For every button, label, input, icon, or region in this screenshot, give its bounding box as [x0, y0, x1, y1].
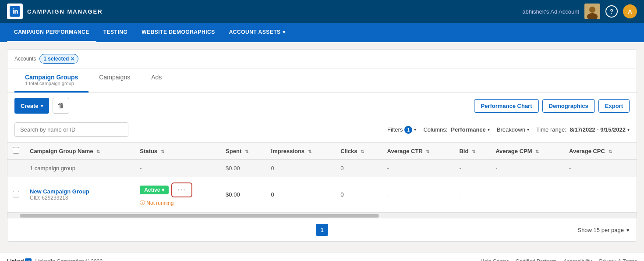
- col-avg-cpc[interactable]: Average CPC ⇅: [564, 143, 637, 160]
- topbar-right: abhishek's Ad Account ? A: [522, 4, 637, 19]
- campaign-card: Accounts 1 selected × Campaign Groups 1 …: [7, 49, 637, 242]
- sort-clicks-icon: ⇅: [361, 149, 364, 154]
- filters-button[interactable]: Filters 1 ▾: [387, 126, 416, 134]
- footer-privacy-terms[interactable]: Privacy & Terms: [599, 258, 637, 261]
- row-bid-cell: -: [454, 177, 490, 212]
- filter-count-badge: 1: [404, 126, 412, 134]
- row-actions-button[interactable]: ···: [171, 182, 192, 197]
- navbar: CAMPAIGN PERFORMANCE TESTING WEBSITE DEM…: [0, 23, 644, 42]
- footer-accessibility[interactable]: Accessibility: [563, 258, 592, 261]
- clear-selection-button[interactable]: ×: [71, 55, 74, 62]
- status-active-button[interactable]: Active ▾: [140, 186, 169, 194]
- show-per-page-control[interactable]: Show 15 per page ▾: [577, 227, 630, 233]
- table-header-row: Campaign Group Name ⇅ Status ⇅ Spent ⇅: [7, 143, 637, 160]
- col-bid[interactable]: Bid ⇅: [454, 143, 490, 160]
- group-spent-cell: $0.00: [220, 160, 265, 177]
- footer-help-center[interactable]: Help Center: [481, 258, 509, 261]
- col-clicks[interactable]: Clicks ⇅: [335, 143, 382, 160]
- footer-copyright: LinkedIn Corporation © 2022: [35, 258, 103, 261]
- breakdown-dropdown[interactable]: Breakdown ▾: [497, 126, 529, 133]
- selected-badge[interactable]: 1 selected ×: [39, 54, 78, 64]
- linkedin-logo: [7, 4, 23, 19]
- row-avg-cpc-cell: -: [564, 177, 637, 212]
- help-icon[interactable]: ?: [605, 5, 618, 18]
- table-row: New Campaign Group CID: 629233213 Active…: [7, 177, 637, 212]
- tab-campaign-groups[interactable]: Campaign Groups 1 total campaign group: [14, 68, 88, 93]
- search-input[interactable]: [14, 122, 128, 137]
- trash-icon: 🗑: [57, 102, 64, 109]
- nav-website-demographics[interactable]: WEBSITE DEMOGRAPHICS: [134, 23, 222, 42]
- row-checkbox-cell[interactable]: [7, 177, 25, 212]
- tabs-row: Campaign Groups 1 total campaign group C…: [7, 68, 637, 93]
- pagination-row: 1 Show 15 per page ▾: [7, 218, 637, 241]
- col-status[interactable]: Status ⇅: [134, 143, 220, 160]
- campaign-table: Campaign Group Name ⇅ Status ⇅ Spent ⇅: [7, 142, 637, 212]
- scrollbar-thumb[interactable]: [20, 214, 379, 218]
- account-thumbnail[interactable]: [584, 4, 600, 19]
- col-name[interactable]: Campaign Group Name ⇅: [25, 143, 134, 160]
- campaign-cid: CID: 629233213: [30, 195, 129, 201]
- sort-avg-cpm-icon: ⇅: [535, 149, 539, 154]
- row-name-cell: New Campaign Group CID: 629233213: [25, 177, 134, 212]
- tab-campaigns[interactable]: Campaigns: [88, 68, 141, 93]
- row-spent-cell: $0.00: [220, 177, 265, 212]
- select-all-checkbox[interactable]: [13, 147, 19, 154]
- sort-avg-cpc-icon: ⇅: [609, 149, 612, 154]
- svg-point-2: [589, 7, 595, 13]
- row-impressions-cell: 0: [266, 177, 336, 212]
- toolbar: Create ▾ 🗑 Performance Chart Demographic…: [7, 93, 637, 119]
- status-caret-icon: ▾: [162, 187, 164, 193]
- col-spent[interactable]: Spent ⇅: [220, 143, 265, 160]
- group-checkbox-cell: [7, 160, 25, 177]
- footer-right: Help Center Certified Partners Accessibi…: [481, 258, 637, 261]
- accounts-section-label: Accounts: [14, 56, 36, 62]
- footer: Linked in LinkedIn Corporation © 2022 He…: [0, 253, 644, 261]
- row-checkbox[interactable]: [13, 191, 19, 197]
- app-title: CAMPAIGN MANAGER: [27, 8, 103, 15]
- nav-account-assets[interactable]: ACCOUNT ASSETS ▾: [222, 23, 292, 42]
- row-avg-cpm-cell: -: [490, 177, 564, 212]
- export-button[interactable]: Export: [598, 99, 630, 113]
- page-1-button[interactable]: 1: [316, 224, 328, 236]
- performance-chart-button[interactable]: Performance Chart: [474, 99, 538, 113]
- tab-ads[interactable]: Ads: [141, 68, 172, 93]
- footer-logo-in: in: [25, 258, 32, 261]
- main-content: Accounts 1 selected × Campaign Groups 1 …: [0, 42, 644, 253]
- breakdown-caret-icon: ▾: [527, 127, 529, 132]
- demographics-button[interactable]: Demographics: [542, 99, 595, 113]
- sort-name-icon: ⇅: [96, 149, 100, 154]
- group-bid-cell: -: [454, 160, 490, 177]
- time-range-dropdown[interactable]: Time range: 8/17/2022 - 9/15/2022 ▾: [536, 126, 630, 133]
- sort-status-icon: ⇅: [161, 149, 164, 154]
- row-status-cell: Active ▾ ··· ⓘ Not running: [134, 177, 220, 212]
- horizontal-scrollbar[interactable]: [7, 212, 637, 218]
- col-avg-ctr[interactable]: Average CTR ⇅: [382, 143, 454, 160]
- col-impressions[interactable]: Impressions ⇅: [266, 143, 336, 160]
- group-avg-ctr-cell: -: [382, 160, 454, 177]
- toolbar-right: Performance Chart Demographics Export: [474, 99, 630, 113]
- per-page-caret-icon: ▾: [626, 227, 630, 233]
- group-avg-cpm-cell: -: [490, 160, 564, 177]
- nav-campaign-performance[interactable]: CAMPAIGN PERFORMANCE: [7, 23, 96, 42]
- row-clicks-cell: 0: [335, 177, 382, 212]
- delete-button[interactable]: 🗑: [53, 98, 69, 114]
- footer-certified-partners[interactable]: Certified Partners: [516, 258, 556, 261]
- sort-impressions-icon: ⇅: [308, 149, 311, 154]
- sort-avg-ctr-icon: ⇅: [426, 149, 429, 154]
- filter-row: Filters 1 ▾ Columns: Performance ▾ Break…: [7, 119, 637, 142]
- user-avatar[interactable]: A: [623, 4, 637, 18]
- group-avg-cpc-cell: -: [564, 160, 637, 177]
- footer-left: Linked in LinkedIn Corporation © 2022: [7, 258, 103, 261]
- account-label: abhishek's Ad Account: [522, 8, 579, 15]
- table-group-row: 1 campaign group - $0.00 0 0 - - - -: [7, 160, 637, 177]
- campaign-name-link[interactable]: New Campaign Group: [30, 188, 129, 195]
- nav-testing[interactable]: TESTING: [96, 23, 135, 42]
- sort-bid-icon: ⇅: [472, 149, 475, 154]
- toolbar-left: Create ▾ 🗑: [14, 98, 69, 114]
- create-button[interactable]: Create ▾: [14, 98, 49, 114]
- col-avg-cpm[interactable]: Average CPM ⇅: [490, 143, 564, 160]
- topbar-left: CAMPAIGN MANAGER: [7, 4, 103, 19]
- columns-dropdown[interactable]: Columns: Performance ▾: [423, 126, 489, 133]
- nav-dropdown-caret: ▾: [283, 29, 286, 35]
- select-all-header[interactable]: [7, 143, 25, 160]
